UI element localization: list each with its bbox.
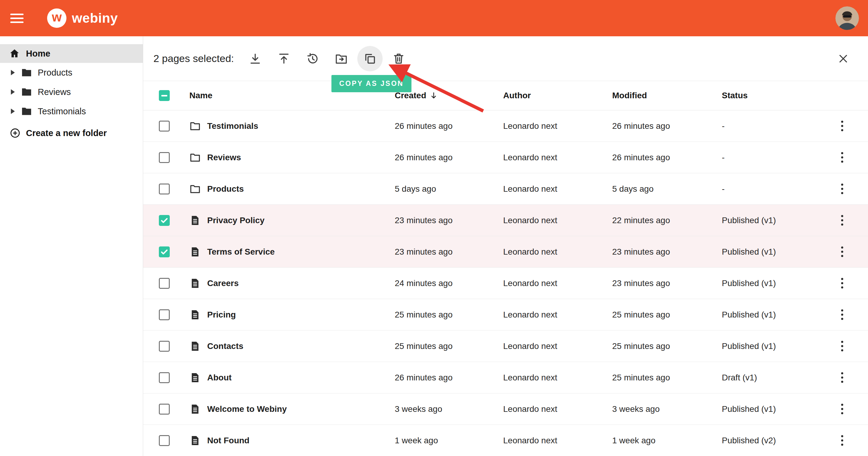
restore-button[interactable] [298, 44, 327, 73]
row-checkbox[interactable] [159, 152, 170, 163]
document-icon [189, 246, 201, 258]
row-name-cell[interactable]: Privacy Policy [171, 215, 395, 226]
row-name-cell[interactable]: Contacts [171, 341, 395, 352]
row-menu-button[interactable] [839, 212, 846, 228]
delete-button[interactable] [384, 44, 413, 73]
table-row[interactable]: Contacts 25 minutes ago Leonardo next 25… [143, 331, 868, 362]
row-modified: 3 weeks ago [612, 404, 722, 414]
row-menu-button[interactable] [839, 338, 846, 354]
row-status: - [722, 153, 832, 162]
sidebar-folder-item[interactable]: Reviews [0, 82, 143, 102]
table-row[interactable]: Products 5 days ago Leonardo next 5 days… [143, 173, 868, 205]
table-row[interactable]: Pricing 25 minutes ago Leonardo next 25 … [143, 299, 868, 331]
row-checkbox[interactable] [159, 435, 170, 446]
row-name-cell[interactable]: Terms of Service [171, 246, 395, 258]
brand-name: webiny [72, 10, 118, 26]
row-name: Terms of Service [207, 247, 275, 257]
download-button[interactable] [241, 44, 270, 73]
row-created: 25 minutes ago [395, 341, 503, 351]
row-checkbox[interactable] [159, 341, 170, 352]
row-created: 23 minutes ago [395, 247, 503, 257]
row-author: Leonardo next [503, 373, 612, 382]
row-name-cell[interactable]: Reviews [171, 152, 395, 163]
chevron-right-icon[interactable] [11, 89, 15, 95]
chevron-right-icon[interactable] [11, 70, 15, 75]
table-row[interactable]: Reviews 26 minutes ago Leonardo next 26 … [143, 142, 868, 173]
table-row[interactable]: Testimonials 26 minutes ago Leonardo nex… [143, 110, 868, 142]
row-menu-button[interactable] [839, 118, 846, 134]
row-name: Privacy Policy [207, 216, 265, 225]
folder-icon [189, 120, 201, 132]
row-menu-button[interactable] [839, 307, 846, 322]
table-row[interactable]: About 26 minutes ago Leonardo next 25 mi… [143, 362, 868, 393]
row-checkbox[interactable] [159, 309, 170, 320]
column-header-modified[interactable]: Modified [612, 91, 722, 101]
webiny-logo[interactable]: w webiny [47, 8, 118, 28]
column-header-status[interactable]: Status [722, 91, 832, 101]
row-modified: 25 minutes ago [612, 341, 722, 351]
row-name: Reviews [207, 153, 241, 162]
main-content: 2 pages selected: [143, 36, 868, 456]
column-header-author[interactable]: Author [503, 91, 612, 101]
copy-as-json-tooltip: COPY AS JSON [331, 75, 411, 92]
move-to-folder-icon [335, 52, 348, 65]
row-menu-button[interactable] [839, 150, 846, 165]
page-body: Home Products Reviews Testimonials [0, 36, 868, 456]
row-status: Published (v2) [722, 436, 832, 446]
row-name-cell[interactable]: Not Found [171, 435, 395, 446]
folder-icon [21, 106, 32, 117]
row-name: Welcome to Webiny [207, 404, 287, 414]
row-checkbox[interactable] [159, 372, 170, 383]
table-row[interactable]: Privacy Policy 23 minutes ago Leonardo n… [143, 205, 868, 236]
table-row[interactable]: Welcome to Webiny 3 weeks ago Leonardo n… [143, 393, 868, 425]
row-name-cell[interactable]: Products [171, 183, 395, 195]
row-name: Pricing [207, 310, 236, 320]
row-created: 23 minutes ago [395, 216, 503, 225]
row-menu-button[interactable] [839, 244, 846, 259]
row-menu-button[interactable] [839, 181, 846, 197]
sidebar-folder-label: Testimonials [38, 107, 86, 116]
row-created: 26 minutes ago [395, 121, 503, 131]
sidebar-folder-item[interactable]: Products [0, 63, 143, 82]
copy-button[interactable] [355, 44, 384, 73]
row-name-cell[interactable]: Welcome to Webiny [171, 403, 395, 415]
close-selection-button[interactable] [837, 52, 850, 65]
row-menu-button[interactable] [839, 433, 846, 448]
row-menu-button[interactable] [839, 370, 846, 385]
row-name-cell[interactable]: Careers [171, 278, 395, 289]
row-status: Draft (v1) [722, 373, 832, 382]
row-created: 3 weeks ago [395, 404, 503, 414]
row-name: Not Found [207, 436, 249, 446]
menu-icon[interactable] [10, 11, 27, 25]
avatar[interactable] [835, 6, 859, 30]
row-checkbox[interactable] [159, 278, 170, 289]
chevron-right-icon[interactable] [11, 109, 15, 114]
row-author: Leonardo next [503, 121, 612, 131]
table-row[interactable]: Terms of Service 23 minutes ago Leonardo… [143, 236, 868, 267]
row-name-cell[interactable]: About [171, 372, 395, 383]
row-name-cell[interactable]: Testimonials [171, 120, 395, 132]
sidebar-item-home[interactable]: Home [0, 44, 143, 63]
row-checkbox[interactable] [159, 121, 170, 132]
table-row[interactable]: Not Found 1 week ago Leonardo next 1 wee… [143, 425, 868, 456]
select-all-checkbox[interactable] [159, 90, 170, 101]
sidebar-folder-item[interactable]: Testimonials [0, 102, 143, 121]
row-checkbox[interactable] [159, 247, 170, 257]
row-name: Products [207, 184, 244, 194]
table-row[interactable]: Careers 24 minutes ago Leonardo next 23 … [143, 267, 868, 299]
create-folder-button[interactable]: Create a new folder [0, 124, 109, 142]
row-checkbox[interactable] [159, 183, 170, 194]
row-name: Careers [207, 279, 239, 288]
row-name-cell[interactable]: Pricing [171, 309, 395, 320]
row-checkbox[interactable] [159, 215, 170, 226]
row-menu-button[interactable] [839, 401, 846, 417]
row-author: Leonardo next [503, 153, 612, 162]
row-menu-button[interactable] [839, 276, 846, 291]
column-header-created[interactable]: Created [395, 91, 503, 101]
folder-icon [21, 86, 32, 98]
row-checkbox[interactable] [159, 404, 170, 415]
publish-button[interactable] [270, 44, 298, 73]
sort-desc-icon [429, 91, 438, 100]
move-to-folder-button[interactable] [327, 44, 355, 73]
table-body: Testimonials 26 minutes ago Leonardo nex… [143, 110, 868, 456]
